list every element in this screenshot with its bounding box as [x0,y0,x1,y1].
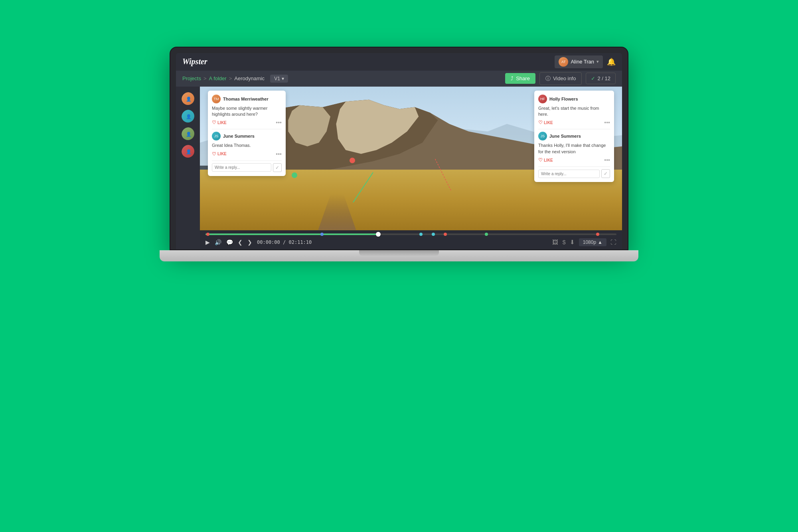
progress-handle[interactable] [376,232,381,237]
controls-right: 🖼 $ ⬇ 1080p ▲ ⛶ [552,238,616,246]
reply-input-row-left: ✓ [212,163,282,172]
fullscreen-icon[interactable]: ⛶ [610,239,616,245]
comment-actions-1: ♡ LIKE ••• [212,119,282,126]
comments-button[interactable]: 💬 [226,239,233,245]
laptop-base [160,250,638,261]
bell-icon[interactable]: 🔔 [607,57,616,66]
image-icon[interactable]: 🖼 [552,239,558,245]
comment-actions-r2: ♡ LIKE ••• [538,157,610,163]
laptop-shell: Wipster AT Aline Tran ▾ 🔔 Projects [160,47,638,486]
check-icon: ✓ [591,75,595,81]
progress-bar[interactable] [205,233,616,235]
like-button-r1[interactable]: ♡ LIKE [538,120,553,125]
comment-header-1: TM Thomas Merriweather [212,95,282,103]
left-sidebar: 👤 👤 👤 👤 [176,87,200,249]
video-info-button[interactable]: ⓘ Video info [539,72,582,85]
comment-text-2: Great Idea Thomas. [212,142,282,148]
annotation-dot-green[interactable] [292,172,297,178]
like-button-r2[interactable]: ♡ LIKE [538,157,553,163]
annotation-dot-red[interactable] [350,158,355,163]
comment-author-info-1: Thomas Merriweather [223,97,269,101]
video-area: TM Thomas Merriweather Maybe some slight… [200,87,622,249]
breadcrumb: Projects > A folder > Aerodynamic V1 ▾ [182,75,288,83]
marker-cyan1 [419,233,423,236]
progress-fill [205,233,378,235]
marker-cyan2 [432,233,435,236]
more-icon-2[interactable]: ••• [276,151,282,157]
heart-icon-r1: ♡ [538,120,543,125]
time-display: 00:00:00 / 02:11:10 [257,239,312,245]
quality-selector[interactable]: 1080p ▲ [579,238,606,246]
info-icon: ⓘ [545,75,551,82]
heart-icon: ♡ [212,120,216,125]
chevron-down-icon: ▾ [597,59,599,64]
heart-icon-r2: ♡ [538,157,543,163]
volume-button[interactable]: 🔊 [215,239,221,245]
marker-orange2 [444,233,447,236]
breadcrumb-projects[interactable]: Projects [182,75,201,81]
comment-actions-r1: ♡ LIKE ••• [538,119,610,126]
chevron-down-icon: ▾ [282,76,284,81]
app-logo: Wipster [182,57,207,66]
comment-text-r2: Thanks Holly, I'll make that change for … [538,142,610,155]
reply-submit-left[interactable]: ✓ [273,163,282,172]
reply-input-left[interactable] [212,163,271,172]
dollar-icon[interactable]: $ [562,239,565,245]
user-avatar: AT [559,57,568,67]
reply-separator-r2 [538,166,610,167]
reply-separator-r [538,129,610,129]
comment-author-info-r2: June Summers [549,134,581,138]
comment-text-1: Maybe some slightly warmer highlights ar… [212,105,282,118]
more-icon-r1[interactable]: ••• [604,119,610,126]
sidebar-avatar-1[interactable]: 👤 [181,91,195,106]
video-count: ✓ 2 / 12 [586,73,616,84]
breadcrumb-sep-2: > [229,75,232,81]
video-frame: TM Thomas Merriweather Maybe some slight… [200,87,622,249]
heart-icon-2: ♡ [212,151,216,157]
path-bg [306,194,369,230]
marker-orange [206,233,209,236]
comment-author-r1: Holly Flowers [549,97,578,101]
reply-input-right[interactable] [538,170,600,178]
breadcrumb-folder[interactable]: A folder [209,75,227,81]
sidebar-avatar-3[interactable]: 👤 [181,127,195,141]
user-menu[interactable]: AT Aline Tran ▾ [555,55,603,68]
breadcrumb-actions: ⤴ Share ⓘ Video info ✓ 2 / 12 [505,72,616,85]
screen-inner: Wipster AT Aline Tran ▾ 🔔 Projects [176,53,622,249]
next-button[interactable]: ❯ [247,239,252,245]
more-icon-r2[interactable]: ••• [604,157,610,163]
sidebar-avatar-2[interactable]: 👤 [181,109,195,123]
reply-input-row-right: ✓ [538,169,610,178]
share-button[interactable]: ⤴ Share [505,73,535,84]
like-button-2[interactable]: ♡ LIKE [212,151,227,157]
comment-bubble-left: TM Thomas Merriweather Maybe some slight… [208,91,286,176]
comment-bubble-right: HF Holly Flowers Great, let's start the … [534,91,614,182]
reply-submit-right[interactable]: ✓ [601,169,610,178]
prev-button[interactable]: ❮ [238,239,243,245]
more-icon[interactable]: ••• [276,119,282,126]
video-controls: ▶ 🔊 💬 ❮ ❯ 00:00:00 / 02:11:10 [200,230,622,249]
reply-separator [212,129,282,129]
breadcrumb-sep-1: > [203,75,207,81]
breadcrumb-project: Aerodynamic [234,75,265,81]
sidebar-avatar-4[interactable]: 👤 [181,144,195,158]
comment-text-r1: Great, let's start the music from here. [538,105,610,118]
marker-green [485,233,488,236]
reply-input-sep [212,160,282,161]
breadcrumb-bar: Projects > A folder > Aerodynamic V1 ▾ ⤴… [176,71,622,87]
comment-header-r2: JS June Summers [538,132,610,140]
chevron-up-icon: ▲ [598,239,602,245]
like-button-1[interactable]: ♡ LIKE [212,120,227,125]
comment-header-r1: HF Holly Flowers [538,95,610,103]
comment-author-info-2: June Summers [223,134,255,138]
nav-right: AT Aline Tran ▾ 🔔 [555,55,616,68]
comment-author-r2: June Summers [549,134,581,138]
play-button[interactable]: ▶ [205,239,210,245]
comment-author-2: June Summers [223,134,255,138]
marker-red2 [596,233,599,236]
download-icon[interactable]: ⬇ [570,239,575,246]
version-selector[interactable]: V1 ▾ [270,75,288,83]
laptop-screen: Wipster AT Aline Tran ▾ 🔔 Projects [170,47,628,250]
controls-row: ▶ 🔊 💬 ❮ ❯ 00:00:00 / 02:11:10 [205,238,616,246]
share-icon: ⤴ [511,75,514,81]
